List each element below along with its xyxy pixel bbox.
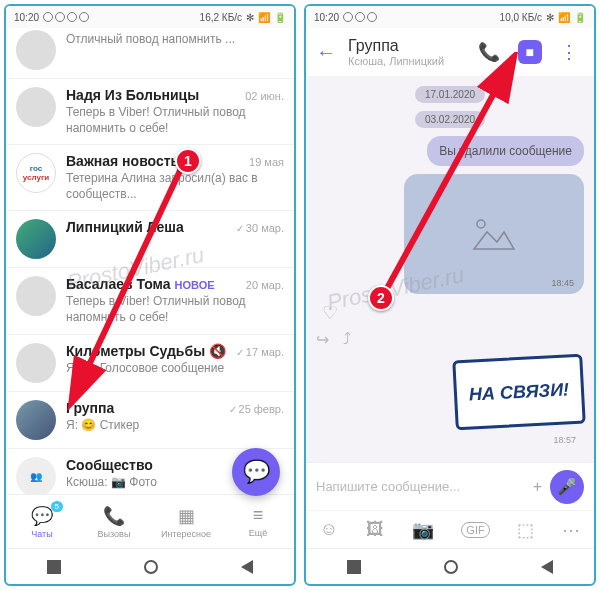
grid-icon: ▦ [178, 505, 195, 527]
nav-label: Чаты [31, 529, 52, 539]
nav-more[interactable]: ≡ Ещё [222, 495, 294, 548]
conversation-title: Группа [348, 37, 460, 55]
chat-preview: Я: 😊 Стикер [66, 418, 284, 434]
svg-point-0 [477, 220, 485, 228]
system-nav [306, 548, 594, 584]
back-button[interactable] [541, 560, 553, 574]
mic-button[interactable]: 🎤 [550, 470, 584, 504]
list-item[interactable]: Отличный повод напомнить ... [6, 28, 294, 79]
phone-icon: 📞 [103, 505, 125, 527]
chat-time: ✓25 февр. [229, 403, 284, 415]
status-net: 10,0 КБ/с [500, 12, 542, 23]
avatar: 👥 [16, 457, 56, 494]
chat-time: 19 мая [249, 156, 284, 168]
nav-explore[interactable]: ▦ Интересное [150, 495, 222, 548]
like-button[interactable]: ♡ [322, 302, 338, 324]
deleted-message-text: Вы удалили сообщение [439, 144, 572, 158]
share-button[interactable]: ↪ [316, 330, 329, 349]
list-item[interactable]: Километры Судьбы 🔇 ✓17 мар. Я: 📎 Голосов… [6, 335, 294, 392]
conversation-subtitle: Ксюша, Липницкий [348, 55, 460, 67]
bluetooth-icon: ✻ [246, 12, 254, 23]
image-message[interactable]: 18:45 [404, 174, 584, 294]
compose-fab[interactable]: 💬 [232, 448, 280, 496]
forward-button[interactable]: ⤴ [343, 330, 351, 349]
battery-icon: 🔋 [274, 12, 286, 23]
system-nav [6, 548, 294, 584]
chat-preview: Теперь в Viber! Отличный повод напомнить… [66, 105, 284, 136]
signal-icon: 📶 [258, 12, 270, 23]
gallery-icon[interactable]: 🖼 [366, 519, 384, 540]
chat-name: Надя Из Больницы [66, 87, 199, 103]
message-bubble[interactable]: Вы удалили сообщение [427, 136, 584, 166]
chat-icon: 💬 [243, 459, 270, 485]
chat-name: Группа [66, 400, 114, 416]
date-separator: 17.01.2020 [415, 86, 485, 103]
status-time: 10:20 [14, 12, 39, 23]
more-menu-button[interactable]: ⋮ [554, 41, 584, 63]
bottom-nav: 💬5 Чаты 📞 Вызовы ▦ Интересное ≡ Ещё [6, 494, 294, 548]
chat-icon: 💬5 [31, 505, 53, 527]
message-time: 18:57 [553, 435, 576, 445]
chat-name: Липницкий Леша [66, 219, 184, 235]
chat-preview: Я: 📎 Голосовое сообщение [66, 361, 284, 377]
chat-name: Километры Судьбы 🔇 [66, 343, 226, 359]
poll-icon[interactable]: ⬚ [517, 519, 534, 541]
chat-list[interactable]: Отличный повод напомнить ... Надя Из Бол… [6, 28, 294, 494]
avatar [16, 343, 56, 383]
list-item[interactable]: Липницкий Леша ✓30 мар. [6, 211, 294, 268]
chat-preview: Отличный повод напомнить ... [66, 32, 284, 48]
chat-time: ✓17 мар. [236, 346, 284, 358]
list-item[interactable]: Надя Из Больницы 02 июн. Теперь в Viber!… [6, 79, 294, 145]
avatar [16, 87, 56, 127]
message-input-bar: Напишите сообщение... + 🎤 [306, 462, 594, 510]
bluetooth-icon: ✻ [546, 12, 554, 23]
list-item[interactable]: госуслуги Важная новость! 19 мая Тетерин… [6, 145, 294, 211]
status-bar: 10:20 16,2 КБ/с ✻ 📶 🔋 [6, 6, 294, 28]
phone-left: 10:20 16,2 КБ/с ✻ 📶 🔋 Отличный повод нап… [4, 4, 296, 586]
list-item[interactable]: Группа ✓25 февр. Я: 😊 Стикер [6, 392, 294, 449]
signal-icon: 📶 [558, 12, 570, 23]
video-call-button[interactable]: ■ [518, 40, 542, 64]
list-item[interactable]: Басалаев ТомаНОВОЕ 20 мар. Теперь в Vibe… [6, 268, 294, 334]
conversation-title-block[interactable]: Группа Ксюша, Липницкий [348, 37, 460, 67]
avatar: госуслуги [16, 153, 56, 193]
camera-icon[interactable]: 📷 [412, 519, 434, 541]
home-button[interactable] [144, 560, 158, 574]
recent-apps-button[interactable] [347, 560, 361, 574]
status-bar: 10:20 10,0 КБ/с ✻ 📶 🔋 [306, 6, 594, 28]
message-input[interactable]: Напишите сообщение... [316, 479, 525, 494]
nav-calls[interactable]: 📞 Вызовы [78, 495, 150, 548]
attach-icon[interactable]: + [529, 478, 546, 496]
phone-right: 10:20 10,0 КБ/с ✻ 📶 🔋 ← Группа Ксюша, Ли… [304, 4, 596, 586]
nav-chats[interactable]: 💬5 Чаты [6, 495, 78, 548]
nav-label: Интересное [161, 529, 211, 539]
sticker-message[interactable]: НА СВЯЗИ! [452, 354, 585, 431]
back-button[interactable]: ← [316, 41, 336, 64]
home-button[interactable] [444, 560, 458, 574]
mute-icon: 🔇 [209, 343, 226, 359]
more-icon[interactable]: ⋯ [562, 519, 580, 541]
chat-name: Басалаев ТомаНОВОЕ [66, 276, 215, 292]
conversation-body[interactable]: 17.01.2020 03.02.2020 Вы удалили сообщен… [306, 76, 594, 462]
avatar [16, 276, 56, 316]
sticker-icon[interactable]: ☺ [320, 519, 338, 540]
call-button[interactable]: 📞 [472, 41, 506, 63]
status-time: 10:20 [314, 12, 339, 23]
recent-apps-button[interactable] [47, 560, 61, 574]
avatar [16, 30, 56, 70]
chat-name: Сообщество [66, 457, 153, 473]
chat-time: 20 мар. [246, 279, 284, 291]
chat-time: 02 июн. [245, 90, 284, 102]
back-button[interactable] [241, 560, 253, 574]
avatar [16, 219, 56, 259]
message-time: 18:45 [551, 278, 574, 288]
gif-icon[interactable]: GIF [461, 522, 489, 538]
conversation-header: ← Группа Ксюша, Липницкий 📞 ■ ⋮ [306, 28, 594, 76]
more-icon: ≡ [253, 505, 264, 526]
chat-preview: Тетерина Алина запросил(а) вас в сообщес… [66, 171, 284, 202]
nav-label: Вызовы [98, 529, 131, 539]
chat-preview: Теперь в Viber! Отличный повод напомнить… [66, 294, 284, 325]
nav-label: Ещё [249, 528, 267, 538]
avatar [16, 400, 56, 440]
input-icon-row: ☺ 🖼 📷 GIF ⬚ ⋯ [306, 510, 594, 548]
